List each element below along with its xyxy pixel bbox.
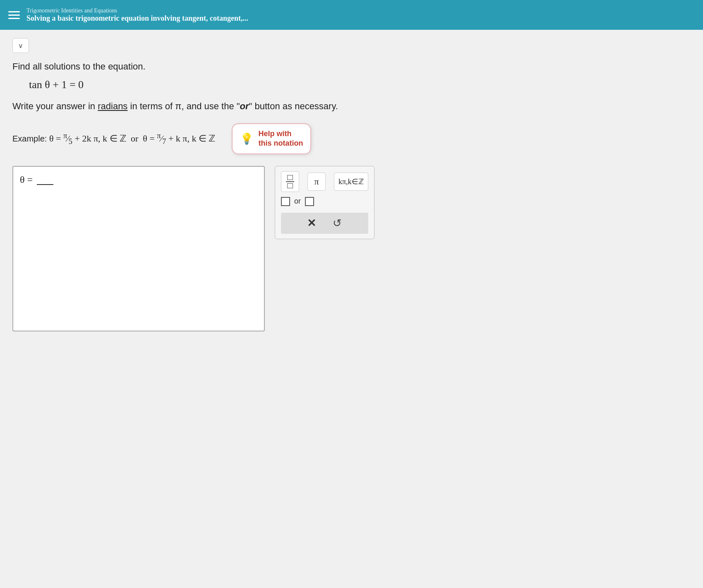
answer-input[interactable] [37,173,53,185]
theta-label: θ = [20,173,33,185]
action-row: ✕ ↺ [281,213,368,234]
collapse-button[interactable]: ∨ [12,38,29,53]
clear-button[interactable]: ✕ [307,217,316,230]
problem-statement: Find all solutions to the equation. [12,61,691,72]
pi-icon: π [314,176,319,187]
example-row: Example: θ = π⁄5 + 2k π, k ∈ ℤ or θ = π⁄… [12,123,691,154]
fraction-numerator-box [287,175,293,180]
chevron-down-icon: ∨ [18,42,23,50]
radians-link[interactable]: radians [98,101,127,111]
hamburger-menu[interactable] [8,11,20,19]
input-area-row: θ = π kπ,k∈ℤ [12,166,691,331]
example-label: Example: [12,134,49,143]
or-box-left [281,197,290,206]
or-text: or [294,197,301,206]
equation-text: tan θ + 1 = 0 [29,79,84,91]
or-box-right [305,197,314,206]
equation-display: tan θ + 1 = 0 [29,79,691,91]
top-bar-text: Trigonometric Identities and Equations S… [26,7,248,23]
fraction-denominator-box [287,183,293,188]
keypad-or-row: or [281,197,368,206]
kpi-kez-button[interactable]: kπ,k∈ℤ [334,173,368,191]
help-tooltip[interactable]: 💡 Help with this notation [232,123,311,154]
bulb-icon: 💡 [240,132,253,145]
kpi-kez-label: kπ,k∈ℤ [338,177,364,186]
clear-icon: ✕ [307,217,316,230]
top-bar: Trigonometric Identities and Equations S… [0,0,703,30]
keypad-row-1: π kπ,k∈ℤ [281,171,368,192]
or-bold: or [240,101,249,111]
example-text: Example: θ = π⁄5 + 2k π, k ∈ ℤ or θ = π⁄… [12,132,215,146]
help-tooltip-text: Help with this notation [258,129,303,149]
fraction-button[interactable] [281,171,299,192]
instruction-text: Write your answer in radians in terms of… [12,101,691,112]
top-bar-title: Solving a basic trigonometric equation i… [26,14,248,23]
pi-button[interactable]: π [307,173,326,191]
undo-button[interactable]: ↺ [333,217,342,230]
main-content: ∨ Find all solutions to the equation. ta… [0,30,703,588]
answer-box: θ = [12,166,265,331]
undo-icon: ↺ [333,217,342,230]
top-bar-subtitle: Trigonometric Identities and Equations [26,7,248,14]
keypad-panel: π kπ,k∈ℤ or ✕ ↺ [275,166,374,239]
fraction-line [286,181,294,182]
